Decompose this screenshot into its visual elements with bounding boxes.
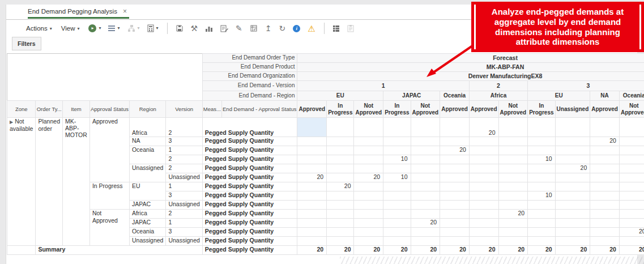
region-cell[interactable]: Oceania bbox=[129, 146, 165, 164]
measure-cell[interactable]: Pegged Supply Quantity bbox=[202, 237, 297, 246]
version-cell[interactable]: 1 bbox=[166, 146, 202, 155]
data-cell[interactable] bbox=[590, 182, 620, 191]
data-cell[interactable] bbox=[555, 219, 590, 228]
data-cell[interactable] bbox=[555, 137, 590, 146]
version-cell[interactable]: Unassigned bbox=[166, 173, 202, 182]
column-header-cell[interactable]: In Progress bbox=[528, 101, 555, 118]
data-cell[interactable] bbox=[411, 137, 440, 146]
data-cell[interactable] bbox=[555, 228, 590, 237]
actions-menu-button[interactable]: Actions ▾ bbox=[26, 25, 52, 32]
data-cell[interactable] bbox=[297, 137, 327, 146]
data-cell[interactable]: 20 bbox=[297, 173, 327, 182]
data-cell[interactable] bbox=[327, 173, 354, 182]
data-cell[interactable] bbox=[590, 201, 620, 210]
data-cell[interactable]: 10 bbox=[528, 155, 555, 164]
column-header-cell[interactable]: In Progress bbox=[383, 101, 411, 118]
column-header-cell[interactable]: Approved bbox=[469, 101, 498, 118]
data-cell[interactable] bbox=[383, 164, 411, 173]
data-cell[interactable] bbox=[411, 118, 440, 137]
measure-cell[interactable]: Pegged Supply Quantity bbox=[202, 155, 297, 164]
data-cell[interactable] bbox=[498, 191, 528, 201]
data-cell[interactable]: 20 bbox=[619, 228, 644, 237]
column-header-cell[interactable]: Approved bbox=[297, 101, 327, 118]
data-cell[interactable] bbox=[440, 182, 470, 191]
data-cell[interactable] bbox=[619, 219, 644, 228]
data-cell[interactable] bbox=[411, 191, 440, 201]
data-cell[interactable] bbox=[555, 146, 590, 155]
region-cell[interactable]: JAPAC bbox=[129, 219, 165, 228]
tools-button[interactable]: ⚒ bbox=[191, 24, 198, 32]
data-cell[interactable] bbox=[590, 237, 620, 246]
data-cell[interactable] bbox=[498, 182, 528, 191]
data-cell[interactable] bbox=[590, 155, 620, 164]
version-cell[interactable]: 3 bbox=[166, 228, 202, 237]
version-cell[interactable]: 2 bbox=[166, 118, 202, 137]
data-cell[interactable] bbox=[619, 191, 644, 201]
data-cell[interactable] bbox=[354, 191, 383, 201]
data-cell[interactable] bbox=[297, 191, 327, 201]
data-cell[interactable]: 20 bbox=[327, 182, 354, 191]
region-cell[interactable]: EU bbox=[129, 182, 165, 201]
calculator-menu-button[interactable]: ▾ bbox=[147, 24, 159, 32]
column-header-cell[interactable]: Unassigned bbox=[555, 101, 590, 118]
data-cell[interactable] bbox=[555, 182, 590, 191]
column-header-cell[interactable]: EU bbox=[528, 91, 590, 101]
data-cell[interactable] bbox=[619, 237, 644, 246]
region-cell[interactable]: Unassigned bbox=[129, 237, 165, 246]
data-cell[interactable] bbox=[354, 137, 383, 146]
data-cell[interactable]: 10 bbox=[383, 173, 411, 182]
region-cell[interactable]: Africa bbox=[129, 210, 165, 219]
data-cell[interactable] bbox=[440, 191, 470, 201]
data-cell[interactable] bbox=[619, 118, 644, 137]
data-cell[interactable] bbox=[619, 173, 644, 182]
version-cell[interactable]: 3 bbox=[166, 191, 202, 201]
pivot-export-button[interactable] bbox=[250, 24, 258, 32]
data-cell[interactable] bbox=[327, 137, 354, 146]
column-header-cell[interactable]: EU bbox=[297, 91, 383, 101]
column-header-cell[interactable]: 3 bbox=[528, 81, 644, 91]
data-cell[interactable] bbox=[619, 201, 644, 210]
data-cell[interactable] bbox=[498, 155, 528, 164]
data-cell[interactable] bbox=[469, 146, 498, 155]
data-cell[interactable] bbox=[469, 137, 498, 146]
data-cell[interactable] bbox=[411, 237, 440, 246]
data-cell[interactable]: 10 bbox=[383, 155, 411, 164]
data-cell[interactable] bbox=[383, 210, 411, 219]
data-cell[interactable] bbox=[440, 137, 470, 146]
data-cell[interactable] bbox=[354, 237, 383, 246]
data-cell[interactable] bbox=[383, 228, 411, 237]
data-cell[interactable] bbox=[469, 210, 498, 219]
version-cell[interactable]: Unassigned bbox=[166, 237, 202, 246]
column-header-cell[interactable]: Approved bbox=[440, 101, 470, 118]
region-cell[interactable]: Unassigned bbox=[129, 164, 165, 182]
data-cell[interactable]: 20 bbox=[354, 173, 383, 182]
data-cell[interactable] bbox=[354, 155, 383, 164]
region-cell[interactable]: Africa bbox=[129, 118, 165, 137]
data-cell[interactable]: 10 bbox=[528, 191, 555, 201]
data-cell[interactable] bbox=[619, 210, 644, 219]
data-cell[interactable] bbox=[498, 146, 528, 155]
data-cell[interactable] bbox=[327, 155, 354, 164]
column-header-cell[interactable]: NA bbox=[590, 91, 620, 101]
data-cell[interactable] bbox=[327, 237, 354, 246]
data-cell[interactable] bbox=[528, 146, 555, 155]
tab-close-icon[interactable]: × bbox=[123, 7, 127, 15]
data-cell[interactable]: 20 bbox=[555, 246, 590, 255]
data-cell[interactable] bbox=[411, 182, 440, 191]
measure-cell[interactable]: Pegged Supply Quantity bbox=[202, 173, 297, 182]
edit-layout-button[interactable] bbox=[220, 24, 228, 32]
measure-cell[interactable]: Pegged Supply Quantity bbox=[202, 246, 297, 255]
region-cell[interactable]: JAPAC bbox=[129, 201, 165, 210]
data-cell[interactable] bbox=[297, 164, 327, 173]
data-cell[interactable] bbox=[297, 182, 327, 191]
upload-button[interactable]: ↥ bbox=[265, 24, 272, 32]
data-cell[interactable] bbox=[619, 146, 644, 155]
data-cell[interactable]: 20 bbox=[469, 118, 498, 137]
data-cell[interactable] bbox=[354, 201, 383, 210]
data-cell[interactable] bbox=[440, 164, 470, 173]
data-cell[interactable] bbox=[297, 201, 327, 210]
data-cell[interactable] bbox=[297, 237, 327, 246]
data-cell[interactable] bbox=[555, 210, 590, 219]
data-cell[interactable]: 20 bbox=[528, 246, 555, 255]
data-cell[interactable] bbox=[440, 228, 470, 237]
